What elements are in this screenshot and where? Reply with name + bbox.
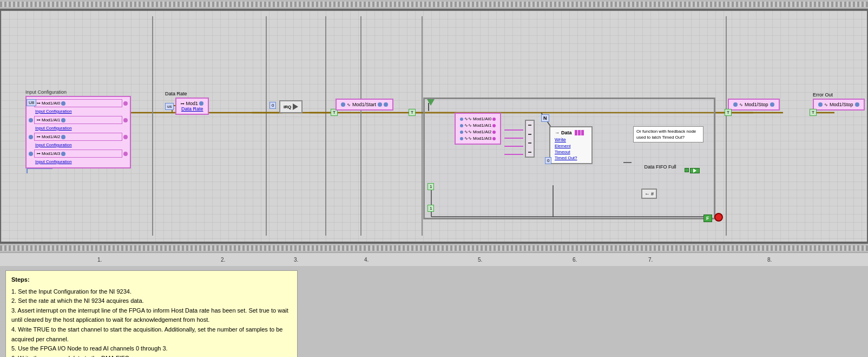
mod1-start-waveform-icon: ∿ [347,102,351,107]
ai1-port-pink [123,118,128,122]
ai0-inner-dot [460,118,463,121]
notes-area: Steps: 1. Set the Input Configuration fo… [5,270,298,357]
bottom-border [0,243,868,252]
notes-title: Steps: [11,275,292,285]
fifo-data-row: → Data [555,130,587,135]
sec-num-2: 2. [221,257,225,263]
f-box: F [703,215,712,222]
ai3-label: Mod1/AI3 [42,151,60,156]
diagram-wrapper: Input Configuration ↦ Mod1/AI0 Input Con… [0,0,868,357]
fifo-data-port1 [575,130,577,135]
ai1-row: ↦ Mod1/AI1 [29,116,128,124]
n-badge: N [541,114,549,122]
irq-block: IRQ [279,100,303,113]
ai2-config-label: Input Configuration [35,142,128,147]
indicator-bar [690,168,700,173]
data-rate-mod-label: Mod1 [186,101,198,106]
mod1-start-label: Mod1/Start [352,102,376,107]
ai2-label: Mod1/AI2 [42,134,60,139]
top-border [0,0,868,10]
note-item-5: 5. Use the FPGA I/O Node to read AI chan… [11,344,292,354]
mod1-stop-left-port-right [770,102,774,107]
fifo-data-label: Data [561,130,572,135]
note-item-1: 1. Set the Input Configuration for the N… [11,287,292,297]
sec-num-8: 8. [767,257,772,263]
input-config-cluster-box: ↦ Mod1/AI0 Input Configuration ↦ Mod1/AI… [25,96,131,168]
data-rate-block[interactable]: ↦ Mod1 Data Rate [175,98,209,115]
sec-num-3: 3. [294,257,298,263]
or-function-text: Or function with feedback node used to l… [636,129,696,140]
ai1-inner-port [492,124,496,127]
sec-num-5: 5. [478,257,482,263]
ai2-port-in [29,135,33,139]
ai1-port-out [61,118,65,122]
ai2-inner-port [492,131,496,134]
mod1-start-block[interactable]: ∿ Mod1/Start [336,99,393,111]
ai1-inner-dot [460,124,463,127]
ai0-waveform: ∿∿ [464,116,472,121]
ai2-inner-dot [460,131,463,134]
ai0-block[interactable]: ↦ Mod1/AI0 [34,99,122,107]
ai1-waveform: ∿∿ [464,123,472,128]
note-item-6: 6. Write the measured data to the DMA FI… [11,354,292,357]
ai3-port-in [29,152,33,156]
error-out-block[interactable]: ∿ Mod1/Stop [813,99,865,111]
ai0-inner-label: Mod1/AI0 [473,116,491,121]
data-fifo-full-label: Data FIFO Full [633,164,687,170]
ai0-label: Mod1/AI0 [42,101,60,106]
fifo-data-port2 [578,130,581,135]
feedback-arrow: ← # [641,189,657,199]
diagram-area: Input Configuration ↦ Mod1/AI0 Input Con… [0,10,868,243]
ai3-config-label: Input Configuration [35,159,128,164]
mod1-stop-left-label: Mod1/Stop [745,102,768,107]
mod1-stop-left-block[interactable]: ∿ Mod1/Stop [728,99,780,111]
ai3-block[interactable]: ↦ Mod1/AI3 [34,150,122,158]
ai0-row: ↦ Mod1/AI0 [29,99,128,107]
ai2-row: ↦ Mod1/AI2 [29,133,128,141]
array-connector [525,120,535,158]
irq-label: IRQ [284,105,291,109]
ai1-block[interactable]: ↦ Mod1/AI1 [34,116,122,124]
ai1-inner-label: Mod1/AI1 [473,123,491,128]
indicator-row [685,168,700,173]
indicator-arrow [693,168,696,173]
irq-section: 0 IRQ [279,100,303,113]
section-numbers-row: 1. 2. 3. 4. 5. 6. 7. 8. [0,252,868,266]
mod1-start-port-right [378,102,382,107]
ai0-port-out [61,101,65,106]
ai1-port-in [29,118,33,122]
ai0-inner-row: ∿∿ Mod1/AI0 [460,116,496,121]
f-label: F [706,216,709,221]
indicator-v [685,168,689,172]
input-config-section: Input Configuration ↦ Mod1/AI0 Input Con… [25,89,131,168]
mod1-start-section: ∿ Mod1/Start [336,99,393,111]
error-out-stop-label: Mod1/Stop [830,102,853,107]
one-badge-loop: 1 [428,205,434,212]
sec-num-4: 4. [364,257,369,263]
ai3-inner-dot [460,137,463,140]
mod1-stop-left-section: ∿ Mod1/Stop [728,99,780,111]
feedback-left-arrow: ← [645,191,650,197]
data-rate-sub-label: Data Rate [181,106,203,112]
t-badge-right: T [810,109,817,116]
data-rate-title: Data Rate [165,91,209,96]
ai2-block[interactable]: ↦ Mod1/AI2 [34,133,122,141]
fifo-timeout-label: Timeout [555,150,587,154]
fifo-data-port3 [581,130,584,135]
us-badge-input: U8 [27,99,36,106]
mod1-stop-waveform-icon: ∿ [739,102,743,107]
zero-badge-irq: 0 [269,102,276,109]
ai3-inner-label: Mod1/AI3 [473,136,491,141]
fifo-arrow-icon: → [555,130,560,135]
t-badge-2: T [409,109,416,116]
ai2-inner-row: ∿∿ Mod1/AI2 [460,129,496,134]
ai1-label: Mod1/AI1 [42,118,60,122]
ai0-config-label: Input Configuration [35,109,128,114]
fifo-write-label: Write [555,137,587,142]
fifo-write-block[interactable]: → Data Write Element Timeout Timed Out? [549,126,593,164]
fifo-timedout-label: Timed Out? [555,155,587,160]
ai-channels-block[interactable]: ∿∿ Mod1/AI0 ∿∿ Mod1/AI1 ∿∿ Mod1/AI2 [455,113,501,145]
arr-line4 [528,152,531,153]
arr-line1 [528,125,531,126]
ai0-port-pink [123,101,128,106]
